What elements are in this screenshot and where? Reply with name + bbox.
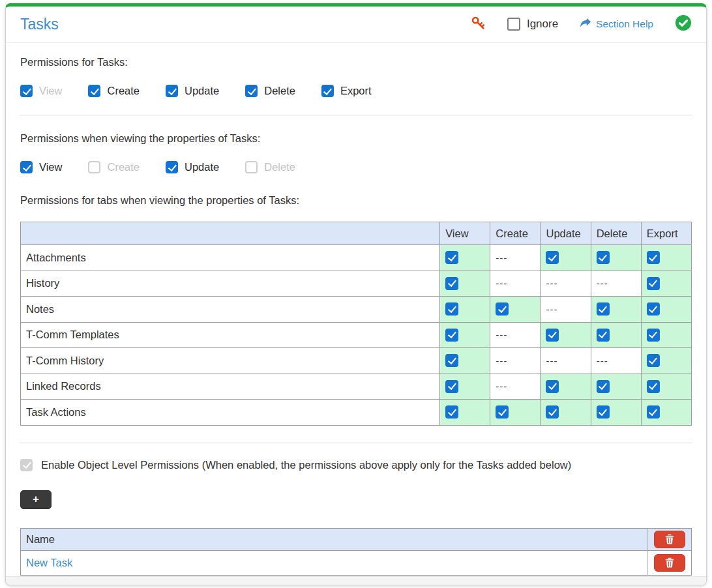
permission-cell-checked: [591, 245, 641, 271]
permission-checkbox[interactable]: [597, 405, 610, 419]
object-name-cell: New Task: [21, 550, 647, 575]
permission-checkbox[interactable]: [647, 251, 660, 264]
permission-checkbox[interactable]: [245, 85, 258, 97]
tab-permission-row: Notes---: [21, 297, 692, 323]
permission-checkbox[interactable]: [445, 405, 458, 419]
header-actions: Ignore Section Help: [471, 14, 692, 34]
permission-cell-checked: [591, 400, 641, 426]
permission-cell-checked: [490, 297, 541, 323]
permission-checkbox[interactable]: [166, 85, 178, 97]
permission-cell-checked: [440, 348, 490, 374]
tab-name-column-header: [21, 222, 440, 245]
green-check-circle-icon: [675, 14, 692, 34]
permission-column-header: View: [440, 222, 490, 245]
object-link[interactable]: New Task: [26, 557, 72, 568]
tab-permission-row: T-Comm Templates---: [21, 322, 692, 348]
section-help-link[interactable]: Section Help: [580, 18, 653, 31]
permission-checkbox[interactable]: [445, 277, 458, 290]
permission-checkbox[interactable]: [647, 380, 660, 393]
section-help-label: Section Help: [596, 18, 653, 30]
tab-name-cell: History: [21, 271, 440, 297]
tab-name-cell: Attachments: [21, 245, 440, 271]
add-object-button[interactable]: +: [20, 490, 52, 509]
key-icon[interactable]: [471, 16, 486, 33]
permission-checkbox[interactable]: [245, 161, 258, 173]
permission-checkbox-item[interactable]: Export: [321, 85, 372, 97]
object-delete-cell: [647, 550, 692, 575]
tab-permission-row: T-Comm History---------: [21, 348, 692, 374]
object-name-column-header: Name: [21, 528, 647, 550]
tab-name-cell: T-Comm History: [21, 348, 440, 374]
permission-checkbox[interactable]: [546, 251, 559, 264]
permission-checkbox[interactable]: [88, 85, 100, 97]
ignore-checkbox[interactable]: [507, 18, 520, 31]
permission-cell-checked: [541, 322, 591, 348]
permission-checkbox[interactable]: [647, 277, 660, 290]
permission-checkbox-item[interactable]: Create: [88, 85, 140, 97]
permission-checkbox[interactable]: [546, 380, 559, 393]
ignore-checkbox-group[interactable]: Ignore: [507, 18, 558, 31]
permission-checkbox[interactable]: [546, 405, 559, 419]
permission-checkbox[interactable]: [597, 329, 610, 342]
delete-column-header: [647, 528, 692, 550]
permission-cell-checked: [440, 245, 490, 271]
permission-checkbox-label: View: [39, 85, 62, 97]
permission-checkbox[interactable]: [496, 405, 509, 419]
object-row: New Task: [21, 550, 692, 575]
permission-cell-checked: [440, 271, 490, 297]
permission-checkbox[interactable]: [546, 329, 559, 342]
permission-checkbox[interactable]: [647, 302, 660, 316]
permission-cell-checked: [641, 322, 691, 348]
card-body: Permissions for Tasks: View Create Updat…: [6, 43, 706, 576]
permission-cell-not-applicable: ---: [490, 245, 541, 271]
permission-cell-not-applicable: ---: [541, 348, 591, 374]
trash-icon: [665, 557, 674, 568]
plus-icon: +: [33, 493, 39, 506]
permission-checkbox[interactable]: [166, 161, 178, 173]
permission-cell-not-applicable: ---: [541, 297, 591, 323]
tasks-permissions-card: Tasks Ignore Section: [5, 3, 707, 585]
permission-checkbox-item[interactable]: Create: [88, 161, 140, 173]
permission-cell-checked: [541, 400, 591, 426]
permission-cell-checked: [440, 322, 490, 348]
tab-permissions-header-row: ViewCreateUpdateDeleteExport: [21, 222, 692, 245]
permission-cell-checked: [490, 400, 541, 426]
divider: [20, 443, 692, 443]
permission-cell-not-applicable: ---: [490, 271, 541, 297]
permission-checkbox-item[interactable]: Update: [166, 161, 219, 173]
permission-checkbox[interactable]: [445, 302, 458, 316]
permission-checkbox-label: Create: [107, 85, 140, 97]
permission-checkbox[interactable]: [20, 85, 33, 97]
tab-name-cell: Task Actions: [21, 400, 440, 426]
permission-checkbox[interactable]: [647, 405, 660, 419]
permission-checkbox-item[interactable]: View: [20, 85, 62, 97]
object-level-permissions-group: Enable Object Level Permissions (When en…: [20, 459, 692, 471]
permission-checkbox[interactable]: [496, 302, 509, 316]
permission-checkbox[interactable]: [647, 329, 660, 342]
permission-checkbox[interactable]: [321, 85, 334, 97]
permission-checkbox-item[interactable]: View: [20, 161, 62, 173]
permission-checkbox[interactable]: [445, 329, 458, 342]
permission-checkbox-item[interactable]: Delete: [245, 161, 295, 173]
delete-object-button[interactable]: [654, 554, 685, 572]
permission-checkbox[interactable]: [88, 161, 100, 173]
permission-checkbox[interactable]: [597, 302, 610, 316]
permission-cell-checked: [641, 374, 691, 400]
permission-checkbox-label: Delete: [264, 85, 295, 97]
permission-checkbox[interactable]: [597, 251, 610, 264]
permission-checkbox[interactable]: [647, 354, 660, 367]
permission-checkbox[interactable]: [445, 354, 458, 367]
delete-all-objects-button[interactable]: [654, 531, 685, 548]
card-header: Tasks Ignore Section: [6, 7, 706, 43]
tab-permission-row: Task Actions: [21, 400, 692, 426]
permission-checkbox-item[interactable]: Update: [166, 85, 219, 97]
permission-cell-checked: [641, 400, 691, 426]
permission-checkbox-item[interactable]: Delete: [245, 85, 295, 97]
permission-checkbox-label: Update: [185, 85, 219, 97]
permission-checkbox[interactable]: [445, 251, 458, 264]
permission-checkbox[interactable]: [445, 380, 458, 393]
permission-cell-not-applicable: ---: [591, 271, 641, 297]
permission-checkbox[interactable]: [20, 161, 33, 173]
permission-checkbox[interactable]: [597, 380, 610, 393]
permissions-tabs-label: Permissions for tabs when viewing the pr…: [20, 194, 692, 207]
